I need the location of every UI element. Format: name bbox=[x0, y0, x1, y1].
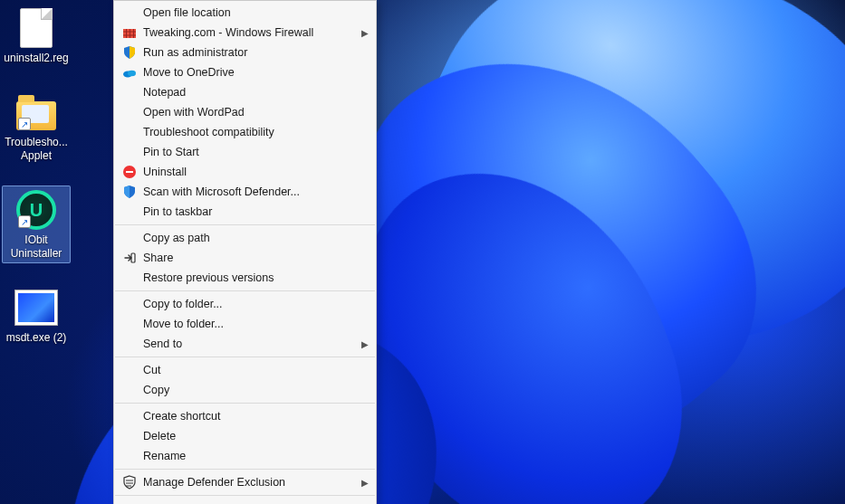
ctx-separator bbox=[115, 495, 375, 496]
desktop-icon-label: Troublesho... Applet bbox=[3, 136, 70, 163]
ctx-icon-blank bbox=[120, 296, 139, 312]
ctx-item-pin-to-taskbar[interactable]: Pin to taskbar bbox=[114, 202, 376, 222]
desktop-icon-iobit-uninstaller[interactable]: U ↗ IObit Uninstaller bbox=[2, 185, 71, 263]
image-file-icon bbox=[14, 286, 58, 329]
ctx-item-cut[interactable]: Cut bbox=[114, 360, 376, 380]
svg-rect-10 bbox=[126, 171, 133, 173]
ctx-icon-blank bbox=[120, 428, 139, 444]
ctx-item-label: Copy to folder... bbox=[139, 298, 369, 310]
ctx-item-label: Rename bbox=[139, 450, 369, 462]
ctx-item-troubleshoot-compat[interactable]: Troubleshoot compatibility bbox=[114, 122, 376, 142]
ctx-item-label: Troubleshoot compatibility bbox=[139, 126, 369, 138]
shield-admin-icon bbox=[120, 44, 139, 61]
ctx-icon-blank bbox=[120, 5, 139, 21]
ctx-item-move-to-onedrive[interactable]: Move to OneDrive bbox=[114, 62, 376, 82]
ctx-icon-blank bbox=[120, 104, 139, 120]
ctx-icon-blank bbox=[120, 230, 139, 246]
ctx-icon-blank bbox=[120, 448, 139, 464]
ctx-item-label: Tweaking.com - Windows Firewall bbox=[139, 26, 356, 39]
ctx-item-label: Open with WordPad bbox=[139, 106, 369, 119]
ctx-separator bbox=[115, 290, 375, 291]
ctx-item-copy-as-path[interactable]: Copy as path bbox=[114, 228, 376, 248]
desktop-icon-troubleshoot-applet[interactable]: ↗ Troublesho... Applet bbox=[2, 88, 71, 166]
ctx-item-label: Copy as path bbox=[139, 232, 369, 244]
ctx-item-label: Move to folder... bbox=[139, 318, 369, 330]
reg-file-icon bbox=[14, 6, 58, 50]
iobit-icon: U ↗ bbox=[14, 188, 58, 232]
shortcut-overlay-icon: ↗ bbox=[18, 215, 31, 228]
ctx-icon-blank bbox=[120, 124, 139, 140]
ctx-item-open-with-wordpad[interactable]: Open with WordPad bbox=[114, 102, 376, 122]
folder-icon: ↗ bbox=[14, 90, 58, 134]
desktop-icon-msdt-exe[interactable]: msdt.exe (2) bbox=[2, 283, 71, 347]
ctx-separator bbox=[115, 469, 375, 470]
ctx-item-label: Notepad bbox=[139, 86, 369, 99]
ctx-item-open-file-location[interactable]: Open file location bbox=[114, 3, 376, 23]
defender-exclusion-icon bbox=[120, 474, 139, 490]
ctx-item-label: Open file location bbox=[139, 6, 369, 19]
context-menu: Open file locationTweaking.com - Windows… bbox=[113, 0, 377, 504]
ctx-item-tweaking-firewall[interactable]: Tweaking.com - Windows Firewall▶ bbox=[114, 23, 376, 43]
ctx-item-label: Pin to taskbar bbox=[139, 205, 369, 218]
uninstall-icon bbox=[120, 164, 139, 180]
ctx-item-copy-to-folder[interactable]: Copy to folder... bbox=[114, 294, 376, 314]
svg-point-8 bbox=[128, 71, 136, 76]
ctx-icon-blank bbox=[120, 336, 139, 352]
ctx-item-label: Copy bbox=[139, 384, 369, 396]
ctx-item-send-to[interactable]: Send to▶ bbox=[114, 334, 376, 354]
ctx-item-scan-defender[interactable]: Scan with Microsoft Defender... bbox=[114, 182, 376, 202]
ctx-icon-blank bbox=[120, 362, 139, 378]
ctx-item-pin-to-start[interactable]: Pin to Start bbox=[114, 142, 376, 162]
share-icon bbox=[120, 250, 139, 266]
ctx-separator bbox=[115, 403, 375, 404]
ctx-item-run-as-admin[interactable]: Run as administrator bbox=[114, 43, 376, 62]
ctx-item-notepad[interactable]: Notepad bbox=[114, 82, 376, 102]
ctx-item-label: Run as administrator bbox=[139, 46, 369, 59]
ctx-icon-blank bbox=[120, 204, 139, 220]
ctx-separator bbox=[115, 357, 375, 357]
ctx-item-label: Pin to Start bbox=[139, 146, 369, 158]
ctx-item-label: Delete bbox=[139, 430, 369, 442]
ctx-icon-blank bbox=[120, 500, 139, 504]
ctx-icon-blank bbox=[120, 270, 139, 286]
onedrive-icon bbox=[120, 64, 139, 81]
ctx-item-rename[interactable]: Rename bbox=[114, 446, 376, 466]
ctx-item-label: Restore previous versions bbox=[139, 271, 369, 284]
desktop-icon-uninstall2-reg[interactable]: uninstall2.reg bbox=[2, 4, 71, 68]
ctx-item-label: Manage Defender Exclusion bbox=[139, 476, 356, 489]
ctx-item-label: Create shortcut bbox=[139, 410, 369, 423]
ctx-icon-blank bbox=[120, 382, 139, 398]
svg-rect-6 bbox=[133, 29, 134, 38]
shortcut-overlay-icon: ↗ bbox=[18, 118, 31, 130]
desktop-icons-area: uninstall2.reg ↗ Troublesho... Applet U … bbox=[0, 0, 109, 367]
ctx-icon-blank bbox=[120, 408, 139, 424]
svg-rect-4 bbox=[126, 29, 127, 38]
ctx-item-label: Scan with Microsoft Defender... bbox=[139, 185, 369, 198]
ctx-item-label: Uninstall bbox=[139, 166, 369, 178]
chevron-right-icon: ▶ bbox=[361, 478, 369, 488]
firewall-icon bbox=[120, 24, 139, 41]
ctx-icon-blank bbox=[120, 84, 139, 100]
ctx-item-uninstall[interactable]: Uninstall bbox=[114, 162, 376, 182]
ctx-item-move-to-folder[interactable]: Move to folder... bbox=[114, 314, 376, 334]
ctx-icon-blank bbox=[120, 144, 139, 160]
ctx-separator bbox=[115, 224, 375, 225]
defender-icon bbox=[120, 184, 139, 200]
ctx-item-share[interactable]: Share bbox=[114, 248, 376, 268]
ctx-item-label: Send to bbox=[139, 338, 356, 350]
chevron-right-icon: ▶ bbox=[361, 28, 369, 38]
desktop-icon-label: msdt.exe (2) bbox=[6, 331, 67, 345]
desktop-icon-label: uninstall2.reg bbox=[4, 52, 68, 65]
ctx-item-manage-defender-exclusion[interactable]: Manage Defender Exclusion▶ bbox=[114, 472, 376, 492]
ctx-item-label: Cut bbox=[139, 364, 369, 376]
ctx-item-label: Share bbox=[139, 252, 369, 264]
chevron-right-icon: ▶ bbox=[361, 339, 369, 349]
ctx-item-label: Move to OneDrive bbox=[139, 66, 369, 79]
ctx-item-create-shortcut[interactable]: Create shortcut bbox=[114, 406, 376, 426]
ctx-item-properties[interactable]: Properties bbox=[114, 499, 376, 504]
svg-rect-5 bbox=[130, 29, 130, 38]
ctx-item-copy[interactable]: Copy bbox=[114, 380, 376, 400]
ctx-item-delete[interactable]: Delete bbox=[114, 426, 376, 446]
ctx-item-restore-prev[interactable]: Restore previous versions bbox=[114, 268, 376, 288]
desktop-icon-label: IObit Uninstaller bbox=[3, 233, 70, 261]
